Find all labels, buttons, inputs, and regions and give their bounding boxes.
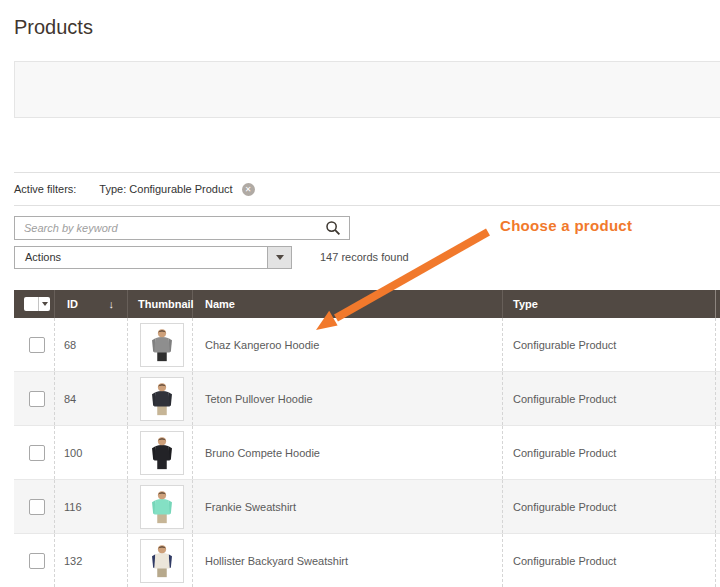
- search-icon[interactable]: [325, 220, 341, 236]
- select-all-dropdown[interactable]: [24, 297, 50, 311]
- person-wearing-product-image: [143, 434, 181, 472]
- row-checkbox[interactable]: [29, 553, 45, 569]
- page-title: Products: [14, 16, 93, 39]
- products-grid: ID ↓ Thumbnail Name Type 68 Chaz Kangero…: [14, 290, 720, 587]
- person-wearing-product-image: [143, 542, 181, 580]
- actions-dropdown[interactable]: Actions: [14, 246, 292, 269]
- cell-product-type: Configurable Product: [503, 318, 716, 371]
- annotation-text: Choose a product: [500, 217, 632, 234]
- column-header-cropped: [716, 290, 720, 318]
- product-thumbnail[interactable]: [140, 485, 184, 529]
- active-filters-bar: Active filters: Type: Configurable Produ…: [14, 172, 720, 206]
- actions-caret-button[interactable]: [267, 247, 291, 268]
- product-thumbnail[interactable]: [140, 431, 184, 475]
- product-thumbnail[interactable]: [140, 323, 184, 367]
- person-wearing-product-image: [143, 326, 181, 364]
- cell-product-name[interactable]: Teton Pullover Hoodie: [193, 372, 503, 425]
- cell-product-name[interactable]: Frankie Sweatshirt: [193, 480, 503, 533]
- column-header-name[interactable]: Name: [193, 290, 503, 318]
- cell-id: 116: [55, 480, 128, 533]
- table-row[interactable]: 68 Chaz Kangeroo Hoodie Configurable Pro…: [14, 318, 720, 372]
- active-filters-label: Active filters:: [14, 183, 76, 195]
- records-count: 147 records found: [320, 251, 409, 263]
- cell-product-type: Configurable Product: [503, 372, 716, 425]
- row-checkbox[interactable]: [29, 499, 45, 515]
- cell-product-name[interactable]: Chaz Kangeroo Hoodie: [193, 318, 503, 371]
- person-wearing-product-image: [143, 380, 181, 418]
- grid-header-row: ID ↓ Thumbnail Name Type: [14, 290, 720, 318]
- remove-filter-icon[interactable]: ✕: [242, 183, 255, 196]
- cell-product-type: Configurable Product: [503, 480, 716, 533]
- column-header-thumbnail[interactable]: Thumbnail: [128, 290, 193, 318]
- collapsed-toolbar-panel: [14, 61, 720, 118]
- row-checkbox[interactable]: [29, 337, 45, 353]
- cell-product-name[interactable]: Hollister Backyard Sweatshirt: [193, 534, 503, 587]
- cell-id: 68: [55, 318, 128, 371]
- sort-descending-icon: ↓: [109, 298, 115, 310]
- filter-chip-label: Type: Configurable Product: [99, 183, 232, 195]
- cell-id: 100: [55, 426, 128, 479]
- person-wearing-product-image: [143, 488, 181, 526]
- cell-product-type: Configurable Product: [503, 426, 716, 479]
- row-checkbox[interactable]: [29, 445, 45, 461]
- actions-dropdown-label: Actions: [15, 247, 267, 268]
- product-thumbnail[interactable]: [140, 539, 184, 583]
- cell-product-type: Configurable Product: [503, 534, 716, 587]
- select-all-checkbox[interactable]: [24, 297, 38, 311]
- column-header-type[interactable]: Type: [503, 290, 716, 318]
- cell-id: 132: [55, 534, 128, 587]
- chevron-down-icon: [276, 255, 284, 260]
- select-all-caret[interactable]: [38, 297, 50, 311]
- table-row[interactable]: 100 Bruno Compete Hoodie Configurable Pr…: [14, 426, 720, 480]
- cell-product-name[interactable]: Bruno Compete Hoodie: [193, 426, 503, 479]
- chevron-down-icon: [42, 302, 48, 306]
- column-header-id[interactable]: ID ↓: [55, 290, 128, 318]
- cell-id: 84: [55, 372, 128, 425]
- product-thumbnail[interactable]: [140, 377, 184, 421]
- table-row[interactable]: 84 Teton Pullover Hoodie Configurable Pr…: [14, 372, 720, 426]
- table-row[interactable]: 132 Hollister Backyard Sweatshirt Config…: [14, 534, 720, 587]
- search-input[interactable]: [15, 217, 349, 239]
- filter-chip: Type: Configurable Product ✕: [99, 183, 254, 196]
- select-all-header-cell: [14, 290, 55, 318]
- row-checkbox[interactable]: [29, 391, 45, 407]
- table-row[interactable]: 116 Frankie Sweatshirt Configurable Prod…: [14, 480, 720, 534]
- search-box: [14, 216, 350, 240]
